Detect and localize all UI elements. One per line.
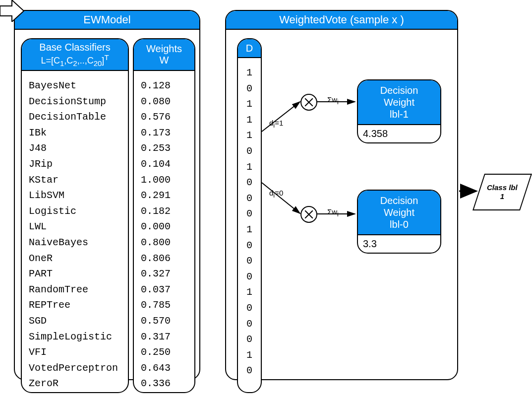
decision-weight-lbl0: Decision Weight lbl-0 3.3 <box>357 190 441 254</box>
output-class: Class lbl 1 <box>473 174 532 210</box>
decision-weight-lbl0-value: 3.3 <box>358 235 440 253</box>
weightedvote-title: WeightedVote (sample x ) <box>226 11 457 30</box>
ewmodel-panel: EWModel Base Classifiers L=[C1,C2,..,C20… <box>14 10 200 380</box>
d-column: D 1 0 1 1 1 0 1 0 0 0 1 0 0 0 1 0 0 0 1 … <box>237 38 262 393</box>
classifiers-column: Base Classifiers L=[C1,C2,..,C20]T Bayes… <box>21 38 129 393</box>
multiply-icon-0 <box>300 206 317 223</box>
dw1-line2: Weight <box>360 96 438 108</box>
weights-header-line1: Weights <box>134 43 194 55</box>
d-header: D <box>238 39 261 58</box>
multiply-icon-1 <box>300 94 317 111</box>
sigma-label-1: Σwi <box>327 95 339 106</box>
branch-label-d0: di=0 <box>269 189 283 199</box>
branch-label-d1: di=1 <box>269 119 283 129</box>
classifiers-list: BayesNet DecisionStump DecisionTable IBk… <box>22 71 128 399</box>
ewmodel-title: EWModel <box>15 11 199 30</box>
classifiers-header-line2: L=[C1,C2,..,C20]T <box>22 53 128 68</box>
weights-header-line2: W <box>134 55 194 66</box>
d-list: 1 0 1 1 1 0 1 0 0 0 1 0 0 0 1 0 0 0 1 0 <box>238 58 261 386</box>
dw0-line3: lbl-0 <box>360 218 438 230</box>
decision-weight-lbl1-value: 4.358 <box>358 125 440 142</box>
diagram-canvas: EWModel Base Classifiers L=[C1,C2,..,C20… <box>0 0 532 405</box>
dw0-line2: Weight <box>360 206 438 218</box>
classifiers-header-line1: Base Classifiers <box>22 42 128 53</box>
weights-header: Weights W <box>134 39 194 71</box>
sigma-label-0: Σwi <box>327 207 339 218</box>
classifiers-header: Base Classifiers L=[C1,C2,..,C20]T <box>22 39 128 71</box>
dw0-line1: Decision <box>360 195 438 206</box>
decision-weight-lbl1: Decision Weight lbl-1 4.358 <box>357 79 441 143</box>
decision-weight-lbl1-header: Decision Weight lbl-1 <box>358 80 440 125</box>
dw1-line3: lbl-1 <box>360 108 438 120</box>
weights-list: 0.128 0.080 0.576 0.173 0.253 0.104 1.00… <box>134 71 194 399</box>
dw1-line1: Decision <box>360 84 438 96</box>
output-line2: 1 <box>487 192 518 201</box>
output-line1: Class lbl <box>487 183 518 192</box>
decision-weight-lbl0-header: Decision Weight lbl-0 <box>358 191 440 235</box>
weights-column: Weights W 0.128 0.080 0.576 0.173 0.253 … <box>133 38 195 393</box>
